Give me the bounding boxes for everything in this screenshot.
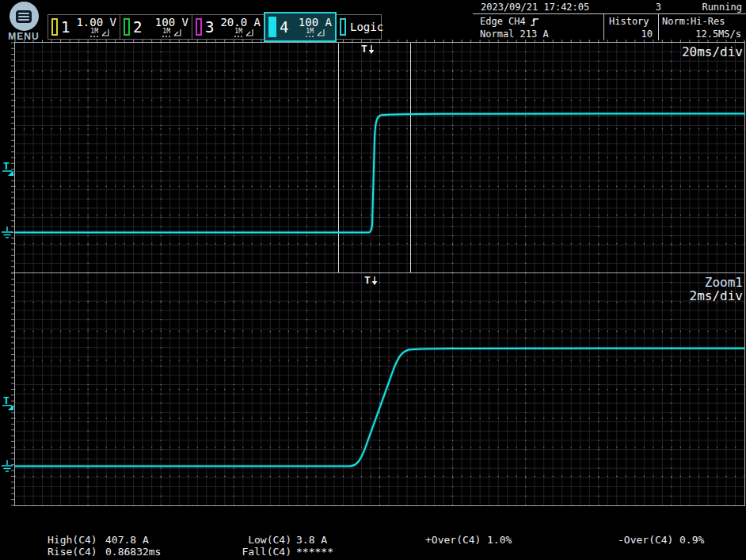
history-label: History	[609, 15, 653, 28]
channel-2-scale: 100 V	[155, 17, 188, 28]
probe-icon	[245, 29, 254, 37]
svg-text:T: T	[3, 160, 10, 172]
menu-icon	[10, 2, 39, 31]
measure-high-value: 407.8 A	[105, 534, 149, 546]
logic-button[interactable]: Logic	[336, 14, 382, 40]
menu-button-label: MENU	[6, 31, 42, 42]
record-mode-cell[interactable]: Norm:Hi-Res 12.5MS/s	[658, 14, 746, 40]
rising-edge-icon	[530, 17, 539, 27]
zoom-trigger-level-marker[interactable]: T	[2, 394, 13, 410]
channel-2-number: 2	[133, 20, 142, 35]
datetime-label: 2023/09/21 17:42:05	[481, 2, 589, 13]
menu-button[interactable]: MENU	[6, 2, 42, 42]
logic-label: Logic	[350, 21, 383, 33]
channel-3-color-bracket	[196, 18, 202, 36]
svg-text:T: T	[3, 394, 10, 406]
channel-1-color-bracket	[51, 18, 58, 36]
measure-low-label: Low(C4)	[226, 534, 291, 546]
channel-1-scale: 1.00 V	[76, 17, 116, 28]
trigger-mode-level: Normal 213 A	[480, 28, 603, 40]
channel-4-scale: 100 A	[299, 17, 332, 28]
impedance-icon: 1M	[306, 29, 314, 37]
zoom-ground-level-marker	[2, 460, 13, 471]
probe-icon	[173, 29, 182, 37]
zoom-timebase-label: 2ms/div	[690, 288, 743, 303]
channel-1-button[interactable]: 1 1.00 V 1M	[48, 14, 120, 40]
history-cell[interactable]: History 10	[603, 14, 658, 40]
trigger-type-source: Edge CH4	[480, 15, 526, 28]
measure-rise-label: Rise(C4)	[48, 546, 97, 558]
oscilloscope-screen: T T T T	[0, 0, 746, 560]
measure-nover-value: 0.9%	[679, 534, 704, 546]
measure-pover-label: +Over(C4)	[425, 534, 481, 546]
impedance-icon: 1M	[162, 29, 170, 37]
main-timebase-label: 20ms/div	[682, 44, 743, 59]
impedance-icon: 1M	[234, 29, 242, 37]
status-block: 2023/09/21 17:42:05 3 Running Edge CH4 N…	[473, 0, 746, 40]
measure-low-value: 3.8 A	[296, 534, 327, 546]
main-trigger-level-marker[interactable]: T	[2, 160, 13, 176]
main-ground-level-marker	[2, 227, 13, 238]
channel-4-color-bracket	[268, 17, 276, 37]
acquisition-count: 3	[656, 2, 661, 13]
measure-nover-label: -Over(C4)	[618, 534, 673, 546]
probe-icon	[316, 29, 325, 37]
channel-3-scale: 20.0 A	[220, 17, 261, 28]
run-status: Running	[702, 2, 742, 13]
zoom-waveform-panel[interactable]	[14, 273, 746, 506]
history-value: 10	[609, 28, 653, 40]
impedance-icon: 1M	[90, 29, 98, 37]
acquisition-mode: Norm:Hi-Res	[662, 15, 741, 28]
logic-color-bracket	[340, 18, 346, 36]
trigger-settings-cell[interactable]: Edge CH4 Normal 213 A	[473, 14, 603, 40]
channel-4-number: 4	[280, 20, 288, 35]
measure-fall-value: ******	[296, 546, 333, 558]
measure-pover-value: 1.0%	[487, 534, 512, 546]
channel-4-button-active[interactable]: 4 100 A 1M	[264, 12, 337, 42]
channel-1-number: 1	[61, 20, 70, 35]
measure-high-label: High(C4)	[48, 534, 97, 546]
main-waveform-panel[interactable]	[14, 42, 746, 273]
channel-strip: 1 1.00 V 1M 2 100 V 1M 3	[48, 12, 381, 42]
probe-icon	[101, 29, 110, 37]
channel-3-button[interactable]: 3 20.0 A 1M	[192, 14, 265, 40]
channel-2-button[interactable]: 2 100 V 1M	[120, 14, 192, 40]
measure-rise-value: 0.86832ms	[105, 546, 161, 558]
channel-3-number: 3	[205, 20, 214, 35]
channel-2-color-bracket	[124, 18, 130, 36]
measure-fall-label: Fall(C4)	[226, 546, 291, 558]
sample-rate: 12.5MS/s	[662, 28, 741, 40]
